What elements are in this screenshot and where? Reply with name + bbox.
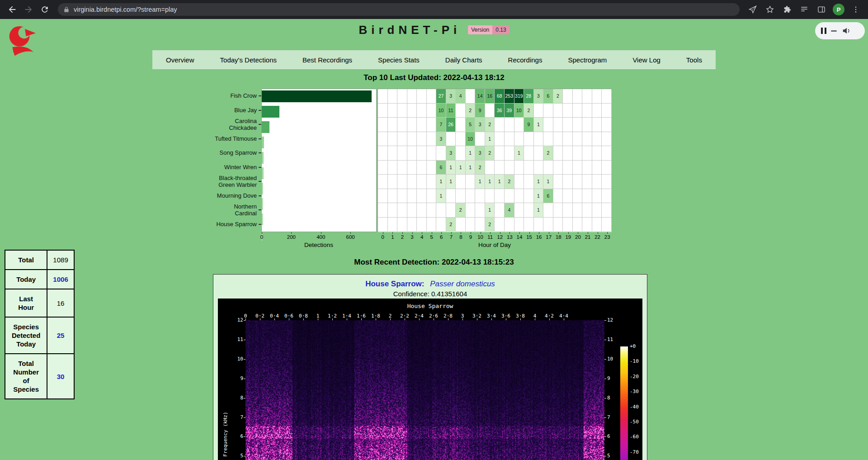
heat-cell: [524, 146, 534, 161]
send-icon[interactable]: [745, 2, 760, 17]
stats-label: Last Hour: [5, 289, 47, 317]
nav-item-spectrogram[interactable]: Spectrogram: [568, 56, 607, 64]
nav-item-tools[interactable]: Tools: [686, 56, 702, 64]
version-value: 0.13: [492, 25, 509, 34]
heat-cell: [592, 189, 602, 204]
version-label: Version: [468, 25, 492, 34]
heat-cell: [553, 146, 563, 161]
most-recent-heading: Most Recent Detection: 2022-04-13 18:15:…: [0, 258, 868, 267]
hour-axis-ticklabel: 7: [450, 234, 453, 240]
padlock-icon: [63, 6, 70, 13]
bookmark-star-icon[interactable]: [762, 2, 778, 17]
heat-row-song-sparrow: 313212: [378, 146, 612, 161]
spectrogram-freq-tick: [244, 340, 245, 340]
hour-axis-tick: [422, 232, 422, 234]
heat-cell: [543, 132, 553, 147]
heat-cell: [417, 175, 427, 189]
bar-axis-tick: [321, 232, 321, 234]
colorbar-ticklabel: -30: [630, 389, 639, 394]
heat-cell: [397, 104, 407, 118]
heat-cell: [407, 146, 417, 161]
heat-cell: [524, 189, 534, 204]
back-button[interactable]: [5, 2, 20, 17]
heat-cell: [495, 218, 505, 232]
bar-row-song-sparrow: [262, 152, 376, 166]
heat-cell: [563, 189, 573, 204]
extensions-puzzle-icon[interactable]: [779, 2, 795, 17]
stats-value-link[interactable]: 30: [47, 354, 74, 399]
heat-cell: 14: [475, 89, 485, 104]
stats-value-link[interactable]: 1006: [47, 270, 74, 289]
stats-label: Today: [5, 270, 47, 289]
nav-item-species-stats[interactable]: Species Stats: [378, 56, 420, 64]
heat-cell: [553, 189, 563, 204]
nav-item-daily-charts[interactable]: Daily Charts: [445, 56, 482, 64]
heat-cell: [485, 189, 495, 204]
bar-row-fish-crow: [262, 90, 376, 105]
nav-item-best-recordings[interactable]: Best Recordings: [302, 56, 352, 64]
nav-item-recordings[interactable]: Recordings: [508, 56, 542, 64]
heat-cell: [456, 189, 466, 204]
hour-axis-ticklabel: 0: [382, 234, 384, 240]
heat-cell: [582, 132, 592, 147]
heat-cell: [417, 118, 427, 132]
audio-player[interactable]: [815, 22, 865, 39]
reading-list-icon[interactable]: [797, 2, 812, 17]
reload-button[interactable]: [37, 2, 52, 17]
nav-item-view-log[interactable]: View Log: [632, 56, 660, 64]
nav-item-overview[interactable]: Overview: [166, 56, 194, 64]
stats-value-link[interactable]: 25: [47, 317, 74, 354]
heat-cell: [543, 118, 553, 132]
side-panel-icon[interactable]: [814, 2, 829, 17]
hour-axis-tick: [461, 232, 461, 234]
bar-chart-panel: [261, 89, 377, 232]
heat-cell: 319: [514, 89, 524, 104]
spectrogram-freq-tick: [604, 359, 606, 360]
heat-cell: [602, 118, 612, 132]
heat-cell: [495, 161, 505, 175]
heat-cell: 11: [446, 104, 456, 118]
heat-cell: [388, 161, 398, 175]
back-icon: [7, 5, 17, 14]
stats-value: 16: [47, 289, 74, 317]
heat-cell: [407, 189, 417, 204]
hour-axis-ticklabel: 20: [575, 234, 581, 240]
heat-cell: 9: [475, 104, 485, 118]
heat-cell: [456, 218, 466, 232]
heat-cell: [592, 146, 602, 161]
nav-item-today-s-detections[interactable]: Today's Detections: [220, 56, 277, 64]
heat-cell: [427, 104, 437, 118]
volume-icon[interactable]: [841, 26, 851, 36]
hour-axis-tick: [509, 232, 510, 234]
heat-cell: [524, 132, 534, 147]
heat-cell: [378, 218, 388, 232]
heat-cell: [407, 104, 417, 118]
profile-avatar[interactable]: P: [833, 4, 844, 15]
heat-cell: [378, 89, 388, 104]
audio-timeline[interactable]: [831, 30, 837, 32]
colorbar-ticklabel: -50: [630, 419, 639, 425]
heat-cell: [407, 203, 417, 218]
pause-button[interactable]: [821, 28, 826, 34]
heat-cell: [417, 89, 427, 104]
spectrogram-time-tick: [462, 318, 463, 320]
heat-cell: 5: [466, 118, 476, 132]
heat-cell: 1: [543, 175, 553, 189]
address-bar[interactable]: virginia.birdnetpi.com/?stream=play: [58, 3, 740, 16]
bar-row-winter-wren: [262, 167, 376, 182]
heat-cell: [573, 161, 583, 175]
spectrogram-time-tick: [477, 318, 477, 320]
forward-button[interactable]: [21, 2, 36, 17]
heat-cell: [592, 132, 602, 147]
heat-cell: 1: [514, 146, 524, 161]
heat-cell: [573, 189, 583, 204]
bar-row-black-throated-green-warbler: [262, 183, 376, 197]
bar-row-blue-jay: [262, 106, 376, 120]
heat-cell: [388, 189, 398, 204]
heat-cell: [397, 132, 407, 147]
heat-cell: [573, 132, 583, 147]
detection-species-link[interactable]: House Sparrow:: [365, 280, 424, 288]
menu-dots-icon[interactable]: [848, 2, 863, 17]
heat-cell: [378, 203, 388, 218]
detections-bar: [262, 198, 263, 210]
